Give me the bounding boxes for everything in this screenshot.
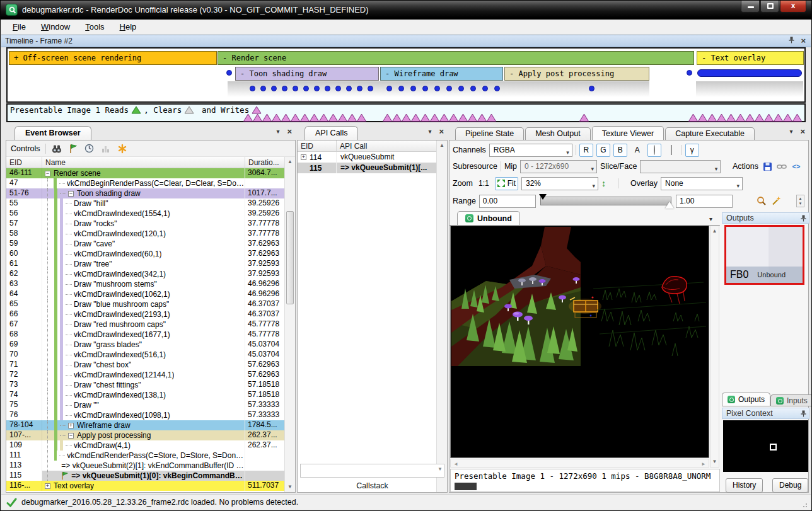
pin-icon[interactable] [801, 215, 806, 224]
event-row[interactable]: 59Draw "cave"37.62963 [6, 239, 284, 249]
pixel-context-view[interactable] [723, 420, 808, 472]
link-icon[interactable] [776, 161, 787, 172]
texture-list-caret-icon[interactable]: ▾ [709, 215, 712, 222]
api-table-header[interactable]: EID API Call [298, 141, 436, 152]
timeline-resource-band[interactable]: Presentable Image 1 Reads , Clears and W… [6, 103, 806, 122]
event-row[interactable]: 71Draw "chest box"57.62963 [6, 360, 284, 370]
toolbar-overflow-spinner[interactable]: ▴▾ [796, 195, 804, 207]
minimize-button[interactable] [741, 1, 760, 13]
api-calls-scrollbar[interactable]: ▲ [436, 141, 447, 492]
event-row[interactable]: 57Draw "rocks"37.77778 [6, 219, 284, 229]
mip-select[interactable]: 0 - 1272x690▾ [520, 160, 597, 173]
scrollbar-thumb[interactable] [286, 211, 294, 304]
event-row[interactable]: 70vkCmdDrawIndexed(516,1)45.03704 [6, 350, 284, 360]
event-row[interactable]: 58vkCmdDrawIndexed(120,1)37.77778 [6, 229, 284, 239]
timeline-marker[interactable]: - Text overlay [697, 51, 804, 65]
timeline-event-dot[interactable] [494, 86, 500, 91]
menu-window[interactable]: Window [33, 20, 78, 33]
timeline-event-dot[interactable] [368, 86, 373, 91]
zoom-select[interactable]: 32%▾ [521, 177, 598, 190]
channels-select[interactable]: RGBA▾ [489, 144, 572, 157]
blue-channel-button[interactable]: B [613, 144, 627, 157]
event-row[interactable]: 61Draw "tree"37.92593 [6, 259, 284, 269]
event-row[interactable]: 60vkCmdDrawIndexed(60,1)37.62963 [6, 249, 284, 259]
tab-pipeline-state[interactable]: Pipeline State [455, 127, 524, 140]
timeline-marker[interactable]: - Render scene [218, 51, 694, 65]
tab-api-calls[interactable]: API Calls [304, 126, 358, 140]
title-bar[interactable]: debugmarker.rdc - RenderDoc Unofficial r… [1, 1, 811, 20]
timeline-event-pill[interactable] [697, 69, 802, 77]
range-max-input[interactable]: 1.00 [676, 195, 733, 208]
tab-texture-viewer[interactable]: Texture Viewer [592, 126, 664, 141]
event-row[interactable]: 47vkCmdBeginRenderPass(C=Clear, D=Clear,… [6, 178, 284, 188]
event-row[interactable]: 73Draw "chest fittings"57.18518 [6, 380, 284, 390]
timeline-event-dot[interactable] [346, 86, 352, 91]
collapse-icon[interactable]: − [68, 433, 74, 439]
slice-face-select[interactable]: ▾ [640, 160, 721, 173]
timeline-event-dot[interactable] [226, 70, 232, 76]
maximize-button[interactable] [760, 1, 779, 13]
range-min-input[interactable]: 0.00 [479, 195, 536, 208]
event-row[interactable]: 111vkCmdEndRenderPass(C=Store, D=Store, … [6, 451, 284, 461]
pixel-context-header[interactable]: Pixel Context [722, 408, 809, 419]
menu-file[interactable]: File [5, 20, 33, 33]
resource-write-triangles[interactable] [243, 113, 366, 122]
timeline-event-dot[interactable] [470, 86, 476, 91]
event-row[interactable]: 62vkCmdDrawIndexed(342,1)37.92593 [6, 269, 284, 279]
tab-mesh-output[interactable]: Mesh Output [525, 127, 591, 140]
outputs-header[interactable]: Outputs [722, 212, 809, 224]
overlay-select[interactable]: None▾ [661, 177, 743, 190]
event-table-header[interactable]: EID Name Duratio... [6, 157, 284, 168]
event-row[interactable]: 76vkCmdDrawIndexed(1098,1)57.33333 [6, 410, 284, 420]
timeline-event-dot[interactable] [482, 86, 488, 91]
menu-tools[interactable]: Tools [78, 20, 112, 33]
tab-capture-executable[interactable]: Capture Executable [665, 127, 755, 140]
event-row[interactable]: 113=> vkQueueSubmit(2)[1]: vkEndCommandB… [6, 461, 284, 471]
custom-action-star-icon[interactable] [117, 143, 128, 154]
green-channel-button[interactable]: G [596, 144, 610, 157]
panel-menu-caret-icon[interactable]: ▾ [428, 128, 431, 135]
timeline-event-dot[interactable] [357, 86, 362, 91]
range-black-marker[interactable] [539, 194, 547, 200]
expand-icon[interactable]: + [301, 154, 306, 160]
event-row[interactable]: 64vkCmdDrawIndexed(1062,1)46.96296 [6, 289, 284, 299]
bookmark-flag-icon[interactable] [67, 143, 79, 154]
timeline-event-dot[interactable] [314, 86, 320, 91]
timeline-event-dot[interactable] [386, 86, 392, 91]
resource-write-triangles[interactable] [579, 113, 589, 122]
texture-display[interactable] [450, 226, 709, 458]
event-row[interactable]: 109vkCmdDraw(4,1)262.37... [6, 440, 284, 451]
timeline-event-dot[interactable] [687, 70, 692, 76]
time-draws-clock-icon[interactable] [84, 143, 95, 154]
tab-inputs[interactable]: Inputs [770, 394, 812, 406]
timeline-event-dot[interactable] [458, 86, 464, 91]
event-row[interactable]: 68vkCmdDrawIndexed(1677,1)45.77778 [6, 330, 284, 340]
scroll-down-icon[interactable]: ▼ [285, 482, 295, 492]
timeline-marker[interactable]: - Apply post processing [504, 67, 649, 81]
autofit-wand-icon[interactable] [770, 196, 782, 207]
menu-help[interactable]: Help [112, 20, 144, 33]
timeline-event-dot[interactable] [589, 86, 594, 91]
scroll-down-icon[interactable]: ▼ [438, 466, 443, 472]
close-icon[interactable]: × [800, 128, 805, 135]
collapse-icon[interactable]: − [45, 171, 50, 176]
tab-unbound-texture[interactable]: Unbound [457, 211, 520, 225]
timeline-event-dot[interactable] [303, 86, 309, 91]
colorwheel-backcolor-button[interactable] [647, 144, 661, 157]
scroll-down-icon[interactable]: ▼ [710, 457, 719, 467]
resource-write-triangles[interactable] [383, 113, 496, 122]
close-icon[interactable]: × [801, 37, 806, 45]
collapse-icon[interactable]: − [68, 191, 74, 197]
event-row[interactable]: 55Draw "hill"39.25926 [6, 198, 284, 209]
expand-icon[interactable]: + [68, 423, 74, 428]
resource-write-triangles[interactable] [688, 113, 802, 122]
texture-hscrollbar[interactable]: ◄ ► [450, 459, 709, 468]
flip-vertical-icon[interactable]: ↕ [601, 178, 606, 188]
timeline-event-dot[interactable] [422, 86, 428, 91]
timeline-event-dot[interactable] [398, 86, 404, 91]
scroll-up-icon[interactable]: ▲ [285, 157, 295, 167]
event-browser-scrollbar[interactable]: ▲ ▼ [284, 157, 295, 492]
fit-button[interactable]: Fit [495, 177, 518, 190]
save-texture-icon[interactable] [762, 161, 773, 172]
zoom-1to1-button[interactable]: 1:1 [476, 177, 492, 190]
